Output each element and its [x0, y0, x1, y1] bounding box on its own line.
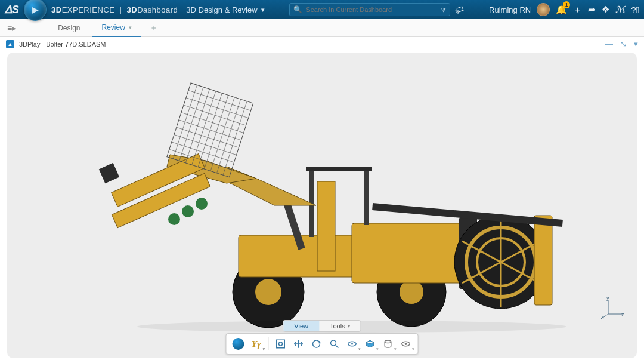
axis-triad: y z x: [601, 296, 625, 320]
tag-icon[interactable]: 🏷: [454, 3, 466, 16]
svg-text:z: z: [621, 312, 624, 318]
svg-rect-26: [99, 163, 119, 183]
svg-line-45: [205, 95, 228, 169]
top-bar: ᐃS ▶ 3DEXPERIENCE | 3DDashboard 3D Desig…: [0, 0, 644, 19]
rotate-button[interactable]: [308, 336, 325, 352]
collapse-icon[interactable]: ⤡: [620, 39, 627, 48]
axes-tool-button[interactable]: Yγ▾: [248, 336, 265, 352]
chevron-down-icon[interactable]: ▾: [634, 39, 638, 48]
svg-point-66: [405, 343, 407, 345]
filter-icon[interactable]: ⧩: [441, 6, 446, 14]
viewport-mode-tabs: View Tools▾: [283, 320, 361, 332]
svg-rect-17: [306, 167, 372, 171]
svg-rect-16: [534, 216, 552, 305]
svg-line-46: [210, 97, 234, 171]
display-mode-button[interactable]: ▾: [362, 336, 379, 352]
svg-line-41: [179, 87, 203, 161]
svg-point-63: [351, 343, 353, 345]
user-block: Ruiming RN 🔔 1 ＋ ➦ ❖ ℳ ?⃝: [489, 3, 639, 16]
notification-badge: 1: [563, 1, 570, 8]
svg-line-44: [198, 93, 222, 167]
visibility-button[interactable]: ▾: [398, 336, 414, 352]
viewport-tab-view[interactable]: View: [283, 321, 319, 331]
tab-review[interactable]: Review ▾: [92, 19, 141, 37]
model-canvas[interactable]: [7, 53, 637, 358]
help-icon[interactable]: ?⃝: [631, 5, 639, 15]
svg-rect-57: [277, 340, 285, 348]
svg-line-61: [336, 345, 339, 348]
chevron-down-icon: ▾: [261, 6, 265, 14]
pan-button[interactable]: [290, 336, 307, 352]
svg-line-48: [223, 101, 247, 176]
search-icon: 🔍: [293, 5, 302, 14]
svg-point-60: [331, 340, 336, 346]
notifications-button[interactable]: 🔔 1: [556, 4, 567, 15]
svg-point-64: [385, 340, 391, 343]
svg-point-28: [168, 213, 180, 225]
viewport-tab-tools[interactable]: Tools▾: [319, 321, 361, 331]
svg-text:x: x: [601, 314, 604, 320]
app-badge-icon: ▲: [6, 40, 14, 48]
add-tab-button[interactable]: ＋: [144, 23, 164, 33]
sidebar-toggle-icon[interactable]: ≡▸: [4, 23, 20, 33]
3d-viewport[interactable]: y z x View Tools▾ Yγ▾ ▾ ▾ ▾ ▾: [7, 53, 637, 358]
fit-view-button[interactable]: [273, 336, 289, 352]
chevron-down-icon: ▾: [129, 24, 132, 30]
svg-point-1: [255, 279, 281, 305]
viewport-toolbar: Yγ▾ ▾ ▾ ▾ ▾: [226, 333, 419, 355]
panel-header: ▲ 3DPlay - Bolter 77D.SLDASM — ⤡ ▾: [0, 37, 644, 51]
svg-text:y: y: [606, 296, 609, 301]
avatar[interactable]: [537, 3, 550, 16]
tab-row: ≡▸ Design Review ▾ ＋: [0, 19, 644, 37]
dashboard-context-dropdown[interactable]: 3D Design & Review ▾: [186, 5, 264, 14]
model-illustration: [78, 77, 566, 334]
svg-line-43: [192, 91, 216, 165]
tab-design[interactable]: Design: [48, 19, 89, 37]
share-icon[interactable]: ➦: [588, 4, 596, 15]
svg-point-27: [182, 205, 194, 217]
render-style-button[interactable]: ▾: [380, 336, 397, 352]
svg-point-3: [400, 280, 423, 304]
svg-line-40: [173, 85, 197, 159]
minimize-icon[interactable]: —: [605, 39, 613, 48]
ds-logo: ᐃS: [5, 3, 19, 16]
collaborate-icon[interactable]: ❖: [602, 4, 609, 15]
add-icon[interactable]: ＋: [573, 4, 582, 16]
compass-tool-button[interactable]: [230, 336, 247, 352]
svg-rect-19: [364, 171, 369, 225]
user-name: Ruiming RN: [489, 5, 531, 14]
signature-icon[interactable]: ℳ: [615, 4, 625, 15]
compass-icon[interactable]: ▶: [24, 0, 47, 21]
svg-point-58: [279, 342, 283, 346]
svg-point-29: [196, 198, 208, 210]
svg-rect-5: [352, 223, 471, 283]
svg-rect-20: [317, 182, 335, 271]
search-box[interactable]: 🔍 ⧩: [289, 3, 450, 16]
zoom-button[interactable]: [326, 336, 343, 352]
brand-3dexperience: 3DEXPERIENCE | 3DDashboard: [51, 5, 178, 14]
look-at-button[interactable]: ▾: [344, 336, 361, 352]
svg-line-42: [185, 89, 209, 163]
panel-title: 3DPlay - Bolter 77D.SLDASM: [19, 41, 106, 48]
search-input[interactable]: [306, 6, 437, 13]
svg-line-47: [217, 99, 241, 173]
